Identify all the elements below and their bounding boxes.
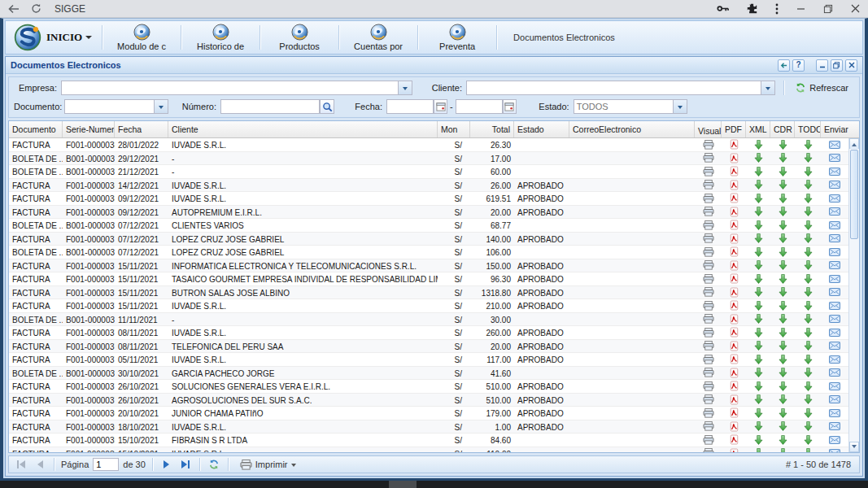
send-email-icon[interactable] — [821, 246, 848, 259]
minimize-button[interactable] — [796, 4, 805, 13]
todo-download-icon[interactable] — [795, 233, 821, 246]
send-email-icon[interactable] — [821, 326, 848, 339]
cdr-download-icon[interactable] — [770, 272, 795, 285]
xml-download-icon[interactable] — [746, 340, 770, 353]
print-icon[interactable] — [695, 192, 722, 205]
xml-download-icon[interactable] — [746, 407, 770, 420]
cdr-download-icon[interactable] — [770, 259, 795, 272]
todo-download-icon[interactable] — [795, 192, 821, 205]
xml-download-icon[interactable] — [746, 286, 770, 299]
send-email-icon[interactable] — [821, 380, 848, 393]
print-icon[interactable] — [695, 246, 722, 259]
todo-download-icon[interactable] — [795, 394, 821, 407]
send-email-icon[interactable] — [821, 272, 848, 285]
pdf-icon[interactable] — [722, 286, 746, 299]
table-row[interactable]: BOLETA DE ... B001-00000368 11/11/2021 -… — [9, 313, 848, 327]
table-row[interactable]: FACTURA F001-00000377 15/11/2021 TASAICO… — [9, 272, 848, 286]
cdr-download-icon[interactable] — [770, 233, 795, 246]
print-icon[interactable] — [695, 380, 722, 393]
table-row[interactable]: FACTURA F001-00000370 26/10/2021 AGROSOL… — [9, 394, 848, 407]
col-header-correo[interactable]: CorreoElectronico — [569, 121, 695, 137]
menu-kebab-icon[interactable] — [775, 3, 779, 15]
todo-download-icon[interactable] — [795, 420, 821, 434]
col-header-todo[interactable]: TODO — [795, 121, 821, 137]
xml-download-icon[interactable] — [746, 179, 770, 192]
cdr-download-icon[interactable] — [770, 179, 795, 192]
send-email-icon[interactable] — [821, 286, 848, 299]
numero-input[interactable] — [220, 99, 320, 114]
print-icon[interactable] — [695, 138, 722, 151]
print-icon[interactable] — [695, 407, 722, 420]
pdf-icon[interactable] — [722, 326, 746, 339]
password-key-icon[interactable] — [717, 5, 729, 12]
panel-restore-button[interactable] — [831, 59, 843, 72]
page-number-input[interactable] — [93, 458, 119, 471]
send-email-icon[interactable] — [821, 313, 848, 326]
print-icon[interactable] — [695, 286, 722, 299]
cdr-download-icon[interactable] — [770, 192, 795, 205]
todo-download-icon[interactable] — [795, 179, 821, 192]
send-email-icon[interactable] — [821, 152, 848, 165]
table-row[interactable]: FACTURA F001-00000368 18/10/2021 IUVADE … — [9, 420, 848, 434]
numero-search-button[interactable] — [320, 99, 334, 114]
pdf-icon[interactable] — [722, 219, 746, 232]
todo-download-icon[interactable] — [795, 206, 821, 219]
cdr-download-icon[interactable] — [770, 326, 795, 339]
todo-download-icon[interactable] — [795, 272, 821, 285]
estado-combo[interactable]: TODOS — [574, 99, 687, 114]
pdf-icon[interactable] — [722, 233, 746, 246]
table-row[interactable]: FACTURA F001-00000375 15/11/2021 IUVADE … — [9, 299, 848, 313]
table-row[interactable]: BOLETA DE ... B001-00000371 21/12/2021 -… — [9, 165, 848, 179]
table-row[interactable]: BOLETA DE ... B001-00000370 07/12/2021 C… — [9, 219, 848, 233]
cdr-download-icon[interactable] — [770, 394, 795, 407]
send-email-icon[interactable] — [821, 299, 848, 312]
col-header-cdr[interactable]: CDR — [770, 121, 795, 137]
pdf-icon[interactable] — [722, 179, 746, 192]
todo-download-icon[interactable] — [795, 434, 821, 447]
pdf-icon[interactable] — [722, 447, 746, 453]
toolbar-button-productos[interactable]: Productos — [265, 21, 334, 54]
col-header-cliente[interactable]: Cliente — [168, 121, 438, 137]
todo-download-icon[interactable] — [795, 367, 821, 380]
todo-download-icon[interactable] — [795, 165, 821, 178]
cdr-download-icon[interactable] — [770, 380, 795, 393]
table-row[interactable]: FACTURA F001-00000350 15/10/2021 IUVADE … — [9, 447, 848, 453]
send-email-icon[interactable] — [821, 219, 848, 232]
scroll-up-button[interactable] — [849, 138, 859, 149]
cdr-download-icon[interactable] — [770, 246, 795, 259]
fecha-hasta-input[interactable] — [456, 99, 503, 114]
xml-download-icon[interactable] — [746, 233, 770, 246]
todo-download-icon[interactable] — [795, 299, 821, 312]
col-header-mon[interactable]: Mon — [438, 121, 470, 137]
xml-download-icon[interactable] — [746, 272, 770, 285]
empresa-dropdown-trigger[interactable] — [398, 81, 412, 94]
fecha-desde-calendar-button[interactable] — [434, 99, 447, 114]
pdf-icon[interactable] — [722, 246, 746, 259]
todo-download-icon[interactable] — [795, 353, 821, 366]
xml-download-icon[interactable] — [746, 367, 770, 380]
print-icon[interactable] — [695, 233, 722, 246]
estado-dropdown-trigger[interactable] — [673, 100, 687, 113]
cdr-download-icon[interactable] — [770, 206, 795, 219]
send-email-icon[interactable] — [821, 367, 848, 380]
col-header-fecha[interactable]: Fecha — [115, 121, 168, 137]
xml-download-icon[interactable] — [746, 326, 770, 339]
col-header-estado[interactable]: Estado — [514, 121, 569, 137]
refrescar-button[interactable]: Refrescar — [789, 80, 854, 96]
empresa-combo[interactable] — [61, 81, 412, 95]
xml-download-icon[interactable] — [746, 394, 770, 407]
cdr-download-icon[interactable] — [770, 152, 795, 165]
xml-download-icon[interactable] — [746, 313, 770, 326]
toolbar-button-modulo[interactable]: Modulo de c — [107, 21, 176, 54]
pdf-icon[interactable] — [722, 299, 746, 312]
todo-download-icon[interactable] — [795, 152, 821, 165]
pdf-icon[interactable] — [722, 340, 746, 353]
help-button[interactable]: ? — [792, 59, 805, 72]
pdf-icon[interactable] — [722, 138, 746, 151]
xml-download-icon[interactable] — [746, 192, 770, 205]
table-row[interactable]: FACTURA F001-00000383 28/01/2022 IUVADE … — [9, 138, 848, 152]
pager-refresh-button[interactable] — [207, 457, 221, 472]
cdr-download-icon[interactable] — [770, 367, 795, 380]
cdr-download-icon[interactable] — [770, 286, 795, 299]
documento-dropdown-trigger[interactable] — [154, 100, 168, 113]
